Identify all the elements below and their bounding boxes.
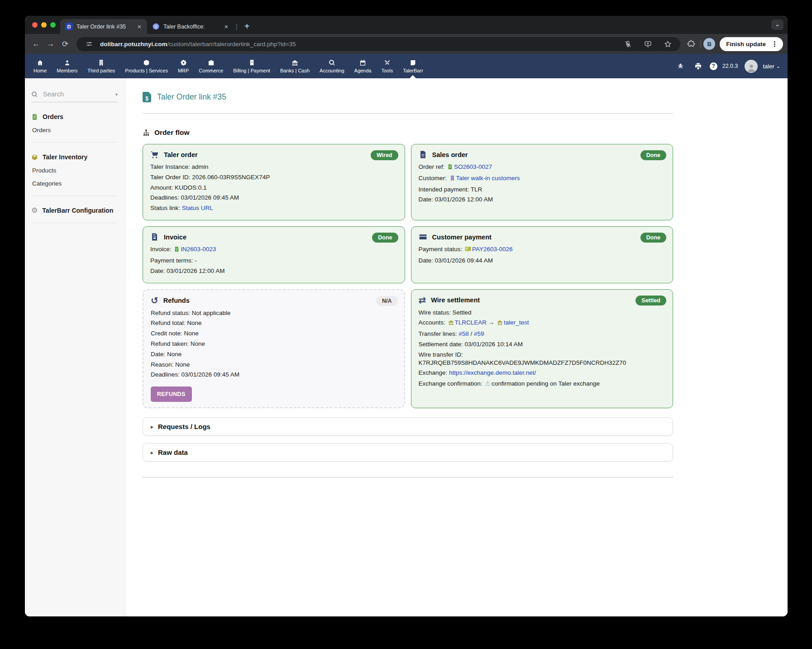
nav-item-accounting[interactable]: Accounting <box>315 54 349 78</box>
nav-item-talerbarr[interactable]: TalerBarr <box>398 54 428 78</box>
card-wire-settlement: ⇄ Wire settlement Settled Wire status: S… <box>411 289 673 409</box>
account-from-link[interactable]: TLRCLEAR <box>455 319 487 326</box>
wire-status-line: Wire status: Settled <box>419 309 666 317</box>
refund-total-line: Refund total: None <box>151 319 397 327</box>
url-text[interactable]: dolibarr.potuzhnyi.com/custom/talerbarr/… <box>100 41 296 48</box>
mic-off-icon[interactable] <box>621 38 634 50</box>
transfer-lines-line: Transfer lines: #58 / #59 <box>419 330 666 338</box>
cart-icon <box>150 150 159 159</box>
nav-label: Billing | Payment <box>233 68 270 73</box>
chevron-down-icon: ⌄ <box>776 63 780 69</box>
user-avatar[interactable] <box>745 60 758 73</box>
bank-icon <box>497 320 503 328</box>
transfer-line-a-link[interactable]: #58 <box>459 330 469 337</box>
tab-strip: D Taler Order link #35 × Taler Backoffic… <box>25 16 788 34</box>
nav-item-mrp[interactable]: MRP <box>173 54 194 78</box>
cube-icon <box>143 59 150 66</box>
extensions-icon[interactable] <box>685 38 697 50</box>
order-flow-title: Order flow <box>154 129 190 137</box>
user-menu[interactable]: taler ⌄ <box>763 63 780 70</box>
nav-item-third-parties[interactable]: Third parties <box>82 54 120 78</box>
forward-icon[interactable]: → <box>44 37 57 51</box>
invoice-ref-link[interactable]: IN2603-0023 <box>181 246 216 253</box>
nav-item-products-services[interactable]: Products | Services <box>120 54 173 78</box>
install-icon[interactable] <box>641 38 654 50</box>
address-bar[interactable]: dolibarr.potuzhnyi.com/custom/talerbarr/… <box>76 37 680 51</box>
nav-item-agenda[interactable]: Agenda <box>349 54 377 78</box>
requests-logs-section[interactable]: ▸ Requests / Logs <box>143 417 673 436</box>
help-icon[interactable]: ? <box>710 62 717 70</box>
profile-avatar[interactable]: B <box>703 38 715 50</box>
tab-taler-backoffice[interactable]: Taler Backoffice: × <box>147 19 234 34</box>
document-icon <box>419 150 427 159</box>
sidebar-item-orders[interactable]: Orders <box>32 127 118 134</box>
green-document-icon <box>447 164 453 172</box>
nav-label: Banks | Cash <box>280 68 310 73</box>
sidebar-divider <box>31 223 118 223</box>
omnibox-icons <box>621 38 674 50</box>
raw-data-section[interactable]: ▸ Raw data <box>143 443 673 462</box>
note-icon <box>410 59 416 66</box>
nav-item-home[interactable]: Home <box>29 54 52 78</box>
maximize-window-button[interactable] <box>50 22 56 28</box>
account-to-link[interactable]: taler_test <box>504 319 529 326</box>
tab-taler-order-link[interactable]: D Taler Order link #35 × <box>60 19 147 34</box>
tab-search-chevron-icon[interactable]: ⌄ <box>771 19 783 30</box>
bookmark-star-icon[interactable] <box>661 38 674 50</box>
refund-taken-line: Refund taken: None <box>151 340 397 348</box>
exchange-url-link[interactable]: https://exchange.demo.taler.net/ <box>449 369 536 376</box>
browser-menu-icon[interactable]: ⋮ <box>769 40 780 48</box>
url-path: /custom/talerbarr/talerorderlink_card.ph… <box>167 41 296 48</box>
close-window-button[interactable] <box>32 22 38 28</box>
settlement-date-line: Settlement date: 03/01/2026 10:14 AM <box>419 340 666 348</box>
status-url-link[interactable]: Status URL <box>182 205 213 211</box>
nav-item-billing-payment[interactable]: Billing | Payment <box>228 54 275 78</box>
minimize-window-button[interactable] <box>41 22 47 28</box>
user-name-label: taler <box>763 63 774 70</box>
status-badge-done: Done <box>640 150 666 160</box>
transfer-line-b-link[interactable]: #59 <box>474 330 484 337</box>
close-tab-icon[interactable]: × <box>135 23 143 31</box>
sidebar-section-taler-inventory: Taler Inventory Products Categories <box>31 153 118 187</box>
sales-order-ref-link[interactable]: SO2603-0027 <box>454 163 492 170</box>
back-icon[interactable]: ← <box>29 37 43 51</box>
card-customer-payment-header: Customer payment <box>419 233 666 241</box>
green-invoice-icon <box>174 246 180 254</box>
payment-ref-link[interactable]: PAY2603-0026 <box>472 246 513 253</box>
window-controls <box>29 16 60 34</box>
order-flow-cards: Taler order Wired Taler Instance: admin … <box>143 144 673 408</box>
search-caret-icon[interactable]: ▾ <box>115 92 118 97</box>
sidebar-search[interactable]: ▾ <box>31 90 118 102</box>
status-badge-settled: Settled <box>635 296 666 305</box>
reload-icon[interactable]: ⟳ <box>58 37 72 51</box>
nav-item-commerce[interactable]: Commerce <box>194 54 228 78</box>
credit-card-icon <box>419 233 427 241</box>
status-badge-na: N/A <box>376 296 398 306</box>
debug-bug-icon[interactable] <box>674 60 687 72</box>
sidebar-item-products[interactable]: Products <box>32 167 118 174</box>
nav-item-tools[interactable]: Tools <box>376 54 398 78</box>
close-tab-icon[interactable]: × <box>222 23 230 31</box>
site-settings-icon[interactable] <box>83 38 96 50</box>
nav-item-banks-cash[interactable]: Banks | Cash <box>275 54 315 78</box>
status-link-line: Status link: Status URL <box>150 204 397 212</box>
refunds-button[interactable]: REFUNDS <box>151 387 192 402</box>
sidebar-item-categories[interactable]: Categories <box>32 180 118 187</box>
sidebar-config-header[interactable]: ⚙ TalerBarr Configuration <box>31 207 118 214</box>
search-input[interactable] <box>42 90 96 98</box>
print-icon[interactable] <box>692 60 705 72</box>
invoice-icon <box>150 233 159 241</box>
sidebar-orders-header[interactable]: Orders <box>31 113 118 120</box>
left-sidebar: ▾ Orders Orders Taler Inventory Products… <box>25 78 125 616</box>
exchange-confirmation-line: Exchange confirmation: ⚠confirmation pen… <box>419 379 666 388</box>
person-icon <box>64 59 71 66</box>
customer-link[interactable]: Taler walk-in customers <box>456 175 520 181</box>
taler-order-doc-icon: $ <box>143 92 151 102</box>
finish-update-button[interactable]: Finish update ⋮ <box>720 37 783 51</box>
taler-favicon <box>152 23 160 30</box>
date-line: Date: 03/01/2026 12:00 AM <box>150 267 397 275</box>
sidebar-inventory-header[interactable]: Taler Inventory <box>31 153 118 161</box>
card-title: Sales order <box>432 151 468 158</box>
new-tab-button[interactable]: + <box>241 21 253 32</box>
nav-item-members[interactable]: Members <box>52 54 82 78</box>
